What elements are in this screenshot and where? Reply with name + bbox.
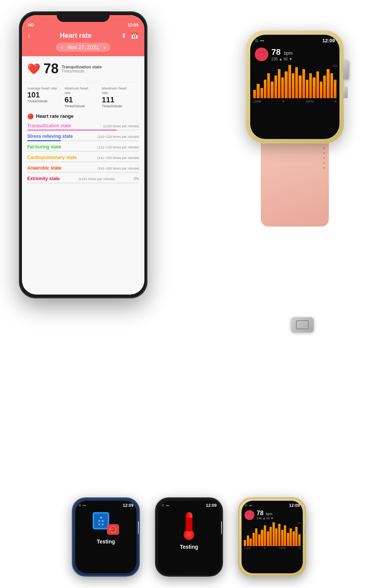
- equip-wire: [109, 529, 114, 529]
- small-watch-body-2: ⛓▪▪▪ 12:09: [155, 497, 223, 577]
- chart-bar: [299, 76, 301, 99]
- watch-hr-sub-big: 236 ▲ 66 ▼: [271, 57, 293, 61]
- sw-time-3: 12:09: [289, 503, 300, 508]
- phone-container: HD 12:09 ‹ Heart rate ⬆ 📅 ‹: [19, 11, 163, 306]
- small-watch-2: ⛓▪▪▪ 12:09: [155, 497, 223, 577]
- chart-bar: [253, 90, 256, 98]
- chart-bar: [292, 73, 294, 98]
- watch-big: ⛓ ▪▪▪ 12:09 💗 78 bpm: [234, 30, 355, 227]
- sw-chart-bar: [290, 528, 292, 546]
- sw-time-2: 12:09: [206, 503, 217, 508]
- chart-bar: [267, 73, 270, 98]
- equip-dots: [98, 517, 104, 525]
- watch-screen-big: ⛓ ▪▪▪ 12:09 💗 78 bpm: [250, 35, 339, 139]
- chart-bars-big: [253, 64, 336, 98]
- sw-hr-info-3: 78 bpm 236 ▲ 66 ▼: [257, 510, 274, 520]
- therm-tube: [186, 512, 192, 531]
- small-watch-screen-3: ⛓▪▪▪ 12:09 💗 78 bpm 236 ▲: [242, 501, 303, 573]
- watch-body-big: ⛓ ▪▪▪ 12:09 💗 78 bpm: [246, 30, 344, 144]
- chart-bar: [327, 69, 329, 98]
- sw-chart-bar: [249, 539, 252, 546]
- next-date-button[interactable]: ›: [104, 44, 105, 50]
- current-hr-value: 78: [43, 61, 59, 77]
- sw-chart-bar: [247, 536, 249, 546]
- date-nav: ‹ Nov 27, 2021 ›: [56, 43, 111, 52]
- sw-status-3: ⛓▪▪▪ 12:09: [242, 501, 303, 508]
- date-text: Nov 27, 2021: [67, 44, 99, 50]
- sw-chart-bar: [278, 524, 280, 546]
- sw-chart-bar: [270, 527, 272, 546]
- stat-min: Minimum heartrate 61 Times/minute: [65, 86, 102, 108]
- sw-chart-bar: [244, 540, 246, 546]
- prev-date-button[interactable]: ‹: [61, 44, 63, 50]
- sw-chart-bar: [293, 531, 295, 546]
- sw-crown-3: [304, 521, 306, 534]
- sw-crown-2: [221, 521, 223, 534]
- range-item-anaerobic: Anaerobic state (161~180 times per minut…: [27, 165, 139, 173]
- sw-chart-bar: [273, 522, 275, 546]
- sw-chart-bar: [281, 530, 284, 546]
- watch-hr-value-big: 78: [271, 47, 280, 57]
- sw-chart-bar: [275, 528, 277, 546]
- watch-hr-unit-big: bpm: [284, 51, 293, 56]
- stat-avg: Average heart rate 101 Times/minute: [27, 86, 65, 108]
- watch-status-icons: ⛓ ▪▪▪: [255, 39, 264, 43]
- chart-bar: [309, 73, 312, 98]
- chart-bar: [274, 76, 277, 99]
- sw-chart-bar: [261, 530, 263, 546]
- watch-time-big: 12:09: [322, 38, 335, 43]
- heart-icon: ❤️: [27, 63, 40, 75]
- watch-hr-display-big: 💗 78 bpm 236 ▲ 66 ▼: [250, 45, 339, 63]
- small-watch-case-3: ⛓▪▪▪ 12:09 💗 78 bpm 236 ▲: [238, 497, 306, 577]
- watch-chart-big: 160 120 60 12AM 6 12PM 6: [250, 63, 339, 104]
- strap-bottom-big: [261, 140, 329, 227]
- chart-bar: [264, 80, 266, 99]
- sw-status-2: ⛓▪▪▪ 12:09: [158, 501, 220, 508]
- phone-screen: HD 12:09 ‹ Heart rate ⬆ 📅 ‹: [22, 15, 144, 295]
- chart-bar: [278, 69, 280, 98]
- calendar-icon[interactable]: 📅: [131, 32, 138, 39]
- phone-shell: HD 12:09 ‹ Heart rate ⬆ 📅 ‹: [19, 11, 147, 298]
- sw-status-1: ⛓▪▪▪ 12:09: [75, 501, 136, 508]
- carrier-signal: HD: [28, 23, 34, 27]
- sw-chart-3: 160 120 60 12AM 6 12PM 6: [242, 521, 303, 551]
- chart-bar: [288, 65, 291, 98]
- bottom-section: ⛓▪▪▪ 12:09: [0, 497, 378, 577]
- watch-crown-big: [343, 60, 349, 79]
- range-item-tranq: Tranquilization state (≤100 times per mi…: [27, 123, 139, 131]
- sw-hr-sub-3: 236 ▲ 66 ▼: [257, 517, 274, 520]
- app-header: ‹ Heart rate ⬆ 📅 ‹ Nov 27, 2021 ›: [22, 29, 144, 56]
- sw-hr-unit-3: bpm: [266, 512, 273, 516]
- top-section: HD 12:09 ‹ Heart rate ⬆ 📅 ‹: [0, 0, 378, 359]
- chart-bar: [260, 88, 263, 99]
- watch-hr-info-big: 78 bpm 236 ▲ 66 ▼: [271, 47, 293, 61]
- range-icon: 🔴: [27, 113, 34, 119]
- app-title: Heart rate: [60, 32, 91, 40]
- small-watch-3: ⛓▪▪▪ 12:09 💗 78 bpm 236 ▲: [238, 497, 306, 577]
- sw-chart-bar: [253, 533, 255, 546]
- watch-status-bar-big: ⛓ ▪▪▪ 12:09: [250, 35, 339, 45]
- equipment-icon: [93, 512, 119, 535]
- chart-bar: [281, 77, 284, 98]
- share-icon[interactable]: ⬆: [121, 32, 126, 39]
- chart-bar: [323, 76, 326, 99]
- sw-crown-1: [138, 521, 140, 534]
- stats-row: Average heart rate 101 Times/minute Mini…: [27, 82, 139, 108]
- current-hr-row: ❤️ 78 Tranquilization state Times/minute: [27, 61, 139, 77]
- sw-time-1: 12:09: [123, 503, 133, 508]
- therm-fill: [186, 518, 192, 531]
- chart-bar: [320, 82, 322, 98]
- chart-bar: [257, 84, 259, 99]
- sw-hr-display-3: 💗 78 bpm 236 ▲ 66 ▼: [242, 508, 303, 521]
- sw-chart-bar: [284, 525, 286, 546]
- sw-chart-labels-3: 12AM 6 12PM 6: [244, 546, 301, 549]
- sw-icon-area-2: [158, 508, 220, 544]
- range-item-fat: Fat buring state (121~140 times per minu…: [27, 144, 139, 152]
- sw-chart-bar: [287, 533, 289, 546]
- watch-case-big: ⛓ ▪▪▪ 12:09 💗 78 bpm: [246, 30, 344, 144]
- back-icon[interactable]: ‹: [28, 32, 30, 39]
- chart-y-labels-big: 160 120 60: [332, 64, 337, 98]
- chart-bar: [271, 82, 273, 98]
- range-item-cardio: Cardiopulmonary state (141~160 times per…: [27, 155, 139, 162]
- range-item-stress: Stress relieving state (101~120 times pe…: [27, 134, 139, 141]
